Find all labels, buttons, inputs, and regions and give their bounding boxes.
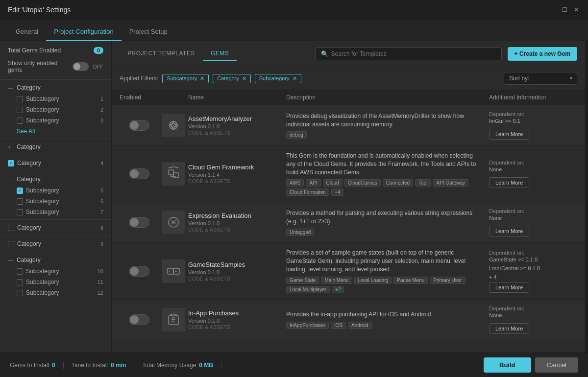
- toggle-off-switch[interactable]: [129, 168, 149, 179]
- restore-button[interactable]: ☐: [561, 6, 568, 14]
- sidebar-item-category-7[interactable]: — Category: [0, 254, 111, 266]
- gem-tag: CloudCanvas: [344, 179, 381, 187]
- toggle-off-switch[interactable]: [129, 266, 149, 277]
- close-button[interactable]: ✕: [572, 6, 580, 14]
- section-tabs: PROJECT TEMPLATES GEMS: [120, 47, 237, 61]
- subcategory-2-checkbox[interactable]: [17, 107, 23, 113]
- subcategory-3-checkbox[interactable]: [17, 118, 23, 124]
- tab-project-configuration[interactable]: Project Configuration: [46, 23, 121, 41]
- sort-by-select[interactable]: Sort by: Name Version: [504, 72, 577, 85]
- sort-by-wrapper: Sort by: Name Version: [504, 72, 577, 85]
- tab-general[interactable]: General: [8, 23, 46, 41]
- gem-info-col: Dependent on: None Learn More: [489, 208, 577, 236]
- gem-tag: AWS: [286, 179, 304, 187]
- sidebar-item-category-6[interactable]: Category 9: [0, 238, 111, 250]
- toggle-off-switch[interactable]: [129, 217, 149, 228]
- gem-toggle-asset-memory[interactable]: [120, 120, 159, 131]
- subcategory-10-count: 10: [98, 268, 103, 274]
- sidebar-item-subcategory-10[interactable]: Subcategory 10: [0, 266, 111, 277]
- gem-icon-cloud: [166, 166, 181, 182]
- gem-tag: Tool: [415, 179, 431, 187]
- dep-value-2: LmbrCentral >= 0.1.0: [489, 265, 577, 271]
- subcategory-10-checkbox[interactable]: [17, 268, 23, 275]
- subcategory-5-count: 5: [100, 188, 103, 193]
- build-button[interactable]: Build: [484, 357, 531, 373]
- dep-value: None: [489, 215, 577, 221]
- gem-tag: API Gateway: [433, 179, 468, 187]
- gem-tags: Untagged: [286, 229, 483, 236]
- filter-tag-subcategory-1[interactable]: Subcategory ✕: [162, 74, 209, 83]
- learn-more-button[interactable]: Learn More: [489, 323, 529, 334]
- gem-name: GameStateSamples: [188, 261, 280, 268]
- sidebar-item-subcategory-1[interactable]: Subcategory 1: [0, 94, 111, 104]
- sidebar-item-subcategory-6[interactable]: Subcategory 6: [0, 196, 111, 207]
- subcategory-1-checkbox[interactable]: [17, 96, 23, 102]
- gem-tag: Local Multiplayer: [286, 286, 330, 293]
- tab-gems[interactable]: GEMS: [203, 47, 237, 61]
- search-input[interactable]: [331, 50, 496, 57]
- toggle-off-switch[interactable]: [129, 120, 149, 131]
- sidebar-item-subcategory-2[interactable]: Subcategory 2: [0, 104, 111, 115]
- gem-toggle-inapp[interactable]: [120, 314, 159, 325]
- filter-tag-x-1[interactable]: ✕: [200, 75, 204, 82]
- dep-label: Dependent on:: [489, 250, 577, 256]
- gem-desc-col: Provides debug visualization of the Asse…: [286, 112, 489, 139]
- subcategory-6-checkbox[interactable]: [17, 198, 23, 205]
- gem-toggle-expression[interactable]: [120, 217, 159, 228]
- sidebar-item-category-4[interactable]: — Category: [0, 173, 111, 185]
- subcategory-12-checkbox[interactable]: [17, 290, 23, 296]
- svg-rect-1: [169, 170, 173, 175]
- gem-tag: Android: [348, 322, 371, 329]
- sidebar-item-category-5[interactable]: Category 8: [0, 222, 111, 234]
- search-box[interactable]: 🔍: [316, 47, 502, 60]
- time-to-install-val: 0 min: [111, 362, 126, 369]
- sidebar-divider-1: [0, 79, 111, 80]
- dep-value: None: [489, 312, 577, 318]
- learn-more-button[interactable]: Learn More: [489, 177, 529, 188]
- gem-desc-col: Provides the in-app purchasing API for i…: [286, 310, 489, 329]
- gem-tag: Connected: [383, 179, 413, 187]
- learn-more-button[interactable]: Learn More: [489, 226, 529, 236]
- category-6-checkbox[interactable]: [8, 241, 14, 247]
- see-all-link[interactable]: See All: [0, 126, 111, 137]
- right-scrollbar[interactable]: [585, 41, 588, 353]
- sidebar-item-category-1[interactable]: — Category: [0, 82, 111, 94]
- sidebar-item-category-2[interactable]: + Category: [0, 141, 111, 153]
- sidebar-item-subcategory-3[interactable]: Subcategory 3: [0, 115, 111, 126]
- sidebar-item-subcategory-12[interactable]: Subcategory 12: [0, 287, 111, 298]
- filter-tag-x-2[interactable]: ✕: [242, 75, 246, 82]
- create-gem-button[interactable]: + Create a new Gem: [508, 47, 577, 61]
- sidebar-item-category-3[interactable]: Category 4: [0, 157, 111, 169]
- show-enabled-toggle[interactable]: [73, 62, 89, 71]
- tab-project-templates[interactable]: PROJECT TEMPLATES: [120, 47, 203, 61]
- filter-tag-category[interactable]: Category ✕: [213, 74, 251, 83]
- gem-desc-col: This Gem is the foundation and is automa…: [286, 152, 489, 196]
- minimize-button[interactable]: ─: [549, 6, 557, 14]
- subcategory-5-checkbox[interactable]: [17, 188, 23, 194]
- subcategory-11-checkbox[interactable]: [17, 279, 23, 285]
- sidebar-item-subcategory-5[interactable]: Subcategory 5: [0, 185, 111, 196]
- filter-tag-x-3[interactable]: ✕: [293, 75, 297, 82]
- gem-icon-wrap: [159, 211, 188, 234]
- col-header-additional-info: Additional Information: [489, 94, 577, 101]
- sidebar-item-subcategory-11[interactable]: Subcategory 11: [0, 277, 111, 287]
- table-row: Cloud Gem Framework Version 1.1.4 CODE &…: [112, 146, 585, 202]
- subcategory-2-count: 2: [100, 107, 103, 113]
- gem-tag: Untagged: [286, 229, 314, 236]
- gem-tag-more: +2: [332, 286, 344, 293]
- subcategory-7-checkbox[interactable]: [17, 209, 23, 215]
- category-3-label: Category: [17, 160, 98, 166]
- gem-toggle-gamestate[interactable]: [120, 266, 159, 277]
- cancel-button[interactable]: Cancel: [535, 357, 578, 373]
- sidebar-item-subcategory-7[interactable]: Subcategory 7: [0, 207, 111, 217]
- filter-tag-subcategory-2[interactable]: Subcategory ✕: [255, 74, 301, 83]
- gem-toggle-cloud-gem[interactable]: [120, 168, 159, 179]
- tab-project-setup[interactable]: Project Setup: [122, 23, 175, 41]
- toggle-off-switch[interactable]: [129, 314, 149, 325]
- category-3-checkbox[interactable]: [8, 160, 14, 166]
- gem-icon-analyzer: [166, 118, 181, 133]
- category-5-checkbox[interactable]: [8, 225, 14, 231]
- learn-more-button[interactable]: Learn More: [489, 282, 529, 293]
- total-memory-label: Total Memory Usage: [142, 362, 196, 369]
- learn-more-button[interactable]: Learn More: [489, 129, 529, 140]
